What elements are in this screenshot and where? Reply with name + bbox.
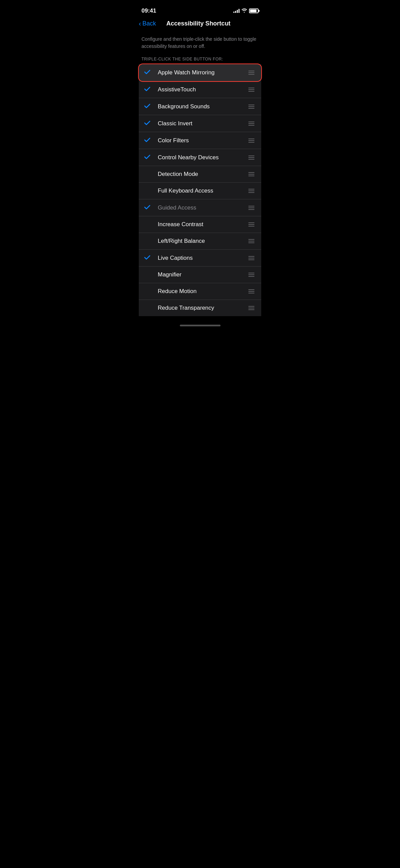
description-text: Configure and then triple-click the side… bbox=[141, 36, 259, 50]
item-label: Classic Invert bbox=[158, 120, 247, 127]
drag-handle-icon[interactable] bbox=[247, 271, 256, 278]
item-label: Increase Contrast bbox=[158, 221, 247, 228]
back-chevron-icon: ‹ bbox=[139, 20, 141, 28]
check-icon bbox=[144, 86, 154, 93]
list-item[interactable]: Classic Invert bbox=[139, 115, 261, 132]
item-label: Detection Mode bbox=[158, 171, 247, 178]
list-item[interactable]: Background Sounds bbox=[139, 98, 261, 115]
drag-handle-icon[interactable] bbox=[247, 288, 256, 295]
drag-handle-icon[interactable] bbox=[247, 204, 256, 211]
list-item[interactable]: Magnifier bbox=[139, 267, 261, 283]
home-bar bbox=[180, 325, 221, 326]
list-item[interactable]: Live Captions bbox=[139, 250, 261, 267]
item-label: Reduce Transparency bbox=[158, 305, 247, 311]
drag-handle-icon[interactable] bbox=[247, 221, 256, 228]
check-icon bbox=[144, 137, 154, 144]
home-indicator bbox=[133, 320, 267, 331]
status-time: 09:41 bbox=[141, 7, 156, 14]
drag-handle-icon[interactable] bbox=[247, 255, 256, 261]
check-icon bbox=[144, 120, 154, 127]
check-icon bbox=[144, 103, 154, 110]
status-bar: 09:41 bbox=[133, 0, 267, 17]
item-label: Reduce Motion bbox=[158, 288, 247, 295]
item-label: AssistiveTouch bbox=[158, 86, 247, 93]
shortcut-list: Apple Watch MirroringAssistiveTouchBackg… bbox=[139, 64, 261, 316]
list-item[interactable]: Reduce Motion bbox=[139, 283, 261, 300]
check-icon bbox=[144, 154, 154, 161]
status-icons bbox=[233, 8, 259, 14]
drag-handle-icon[interactable] bbox=[247, 305, 256, 311]
drag-handle-icon[interactable] bbox=[247, 154, 256, 161]
check-icon bbox=[144, 204, 154, 211]
check-icon bbox=[144, 254, 154, 261]
list-item[interactable]: Left/Right Balance bbox=[139, 233, 261, 250]
drag-handle-icon[interactable] bbox=[247, 69, 256, 76]
item-label: Live Captions bbox=[158, 255, 247, 261]
list-item[interactable]: AssistiveTouch bbox=[139, 81, 261, 98]
item-label: Background Sounds bbox=[158, 103, 247, 110]
item-label: Left/Right Balance bbox=[158, 238, 247, 245]
list-item[interactable]: Apple Watch Mirroring bbox=[139, 64, 261, 81]
drag-handle-icon[interactable] bbox=[247, 238, 256, 245]
list-item[interactable]: Reduce Transparency bbox=[139, 300, 261, 316]
back-label: Back bbox=[142, 20, 156, 27]
item-label: Color Filters bbox=[158, 137, 247, 144]
back-button[interactable]: ‹ Back bbox=[139, 20, 156, 28]
wifi-icon bbox=[242, 8, 247, 14]
drag-handle-icon[interactable] bbox=[247, 120, 256, 127]
description-section: Configure and then triple-click the side… bbox=[133, 33, 267, 57]
list-item[interactable]: Color Filters bbox=[139, 132, 261, 149]
page-title: Accessibility Shortcut bbox=[156, 20, 241, 27]
item-label: Control Nearby Devices bbox=[158, 154, 247, 161]
item-label: Guided Access bbox=[158, 204, 247, 211]
item-label: Apple Watch Mirroring bbox=[158, 69, 247, 76]
item-label: Magnifier bbox=[158, 271, 247, 278]
list-item[interactable]: Control Nearby Devices bbox=[139, 149, 261, 166]
check-icon bbox=[144, 69, 154, 76]
section-header: TRIPLE-CLICK THE SIDE BUTTON FOR: bbox=[133, 57, 267, 64]
battery-icon bbox=[249, 8, 259, 13]
list-item[interactable]: Increase Contrast bbox=[139, 216, 261, 233]
nav-bar: ‹ Back Accessibility Shortcut bbox=[133, 17, 267, 33]
drag-handle-icon[interactable] bbox=[247, 103, 256, 110]
drag-handle-icon[interactable] bbox=[247, 86, 256, 93]
signal-icon bbox=[233, 9, 240, 13]
list-item[interactable]: Full Keyboard Access bbox=[139, 183, 261, 199]
drag-handle-icon[interactable] bbox=[247, 137, 256, 144]
list-item[interactable]: Guided Access bbox=[139, 199, 261, 216]
drag-handle-icon[interactable] bbox=[247, 171, 256, 178]
list-item[interactable]: Detection Mode bbox=[139, 166, 261, 183]
item-label: Full Keyboard Access bbox=[158, 187, 247, 194]
drag-handle-icon[interactable] bbox=[247, 187, 256, 194]
